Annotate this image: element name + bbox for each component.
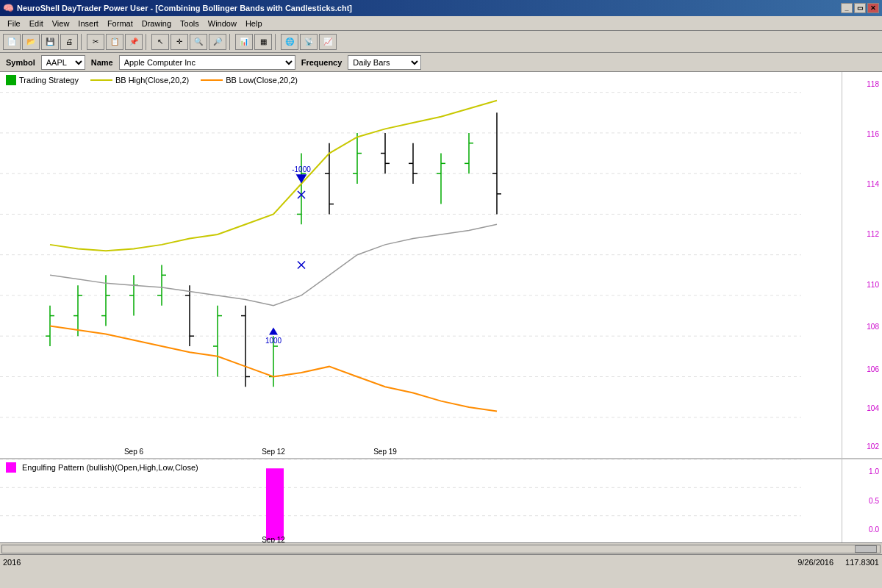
menu-bar: File Edit View Insert Format Drawing Too… [0, 16, 882, 31]
separator-1 [81, 34, 84, 50]
y-label-116: 116 [867, 130, 879, 138]
window-title: NeuroShell DayTrader Power User - [Combi… [17, 4, 352, 12]
separator-3 [229, 34, 232, 50]
restore-button[interactable]: ▭ [854, 3, 866, 13]
bb-high-color [90, 79, 112, 81]
title-bar: 🧠 NeuroShell DayTrader Power User - [Com… [0, 0, 882, 16]
status-right: 9/26/2016 117.8301 [797, 558, 879, 567]
menu-view[interactable]: View [48, 18, 74, 29]
y-label-106: 106 [867, 365, 879, 373]
sub-y-label-10: 1.0 [869, 467, 879, 476]
cut-button[interactable]: ✂ [87, 34, 104, 50]
menu-edit[interactable]: Edit [25, 18, 48, 29]
bb-low-color [201, 79, 223, 81]
window-controls: _ ▭ ✕ [841, 3, 879, 13]
y-axis-sub: 1.0 0.5 0.0 [842, 459, 882, 542]
stats-button[interactable]: 📈 [319, 34, 337, 50]
bb-low-legend: BB Low(Close,20,2) [201, 76, 298, 85]
frequency-select[interactable]: Daily Bars [348, 55, 421, 70]
separator-2 [146, 34, 148, 50]
close-button[interactable]: ✕ [867, 3, 879, 13]
menu-window[interactable]: Window [204, 18, 241, 29]
main-chart-canvas[interactable] [0, 72, 842, 458]
trading-strategy-legend: Trading Strategy [6, 75, 79, 85]
zoom-in-button[interactable]: 🔍 [190, 34, 207, 50]
bb-high-label: BB High(Close,20,2) [115, 76, 189, 85]
engulfing-pattern-color [6, 462, 16, 473]
app-icon: 🧠 [3, 3, 14, 13]
bar-chart-button[interactable]: 📊 [235, 34, 253, 50]
symbol-bar: Symbol AAPL Name Apple Computer Inc Freq… [0, 53, 882, 72]
sub-chart[interactable]: Engulfing Pattern (bullish)(Open,High,Lo… [0, 458, 882, 542]
menu-file[interactable]: File [3, 18, 25, 29]
menu-insert[interactable]: Insert [74, 18, 103, 29]
crosshair-button[interactable]: ✛ [171, 34, 188, 50]
sub-chart-legend: Engulfing Pattern (bullish)(Open,High,Lo… [6, 462, 198, 473]
menu-drawing[interactable]: Drawing [137, 18, 176, 29]
menu-format[interactable]: Format [103, 18, 137, 29]
copy-button[interactable]: 📋 [106, 34, 123, 50]
sub-y-label-05: 0.5 [869, 497, 879, 505]
toolbar: 📄 📂 💾 🖨 ✂ 📋 📌 ↖ ✛ 🔍 🔎 📊 ▦ 🌐 📡 📈 [0, 31, 882, 53]
chart-type-button[interactable]: ▦ [254, 34, 272, 50]
horizontal-scrollbar[interactable] [0, 542, 882, 554]
new-button[interactable]: 📄 [3, 34, 21, 50]
y-label-104: 104 [867, 404, 879, 412]
y-axis-main: 118 116 114 112 110 108 106 104 102 [842, 72, 882, 458]
y-label-110: 110 [867, 281, 879, 289]
zoom-out-button[interactable]: 🔎 [209, 34, 226, 50]
network-button[interactable]: 🌐 [281, 34, 298, 50]
engulfing-pattern-label: Engulfing Pattern (bullish)(Open,High,Lo… [22, 463, 198, 472]
status-bar: 2016 9/26/2016 117.8301 [0, 554, 882, 569]
name-label: Name [91, 58, 113, 67]
status-price: 117.8301 [845, 558, 879, 567]
y-label-114: 114 [867, 180, 879, 188]
open-button[interactable]: 📂 [22, 34, 40, 50]
save-button[interactable]: 💾 [41, 34, 59, 50]
name-select[interactable]: Apple Computer Inc [119, 55, 295, 70]
menu-help[interactable]: Help [241, 18, 267, 29]
chart-container: Trading Strategy BB High(Close,20,2) BB … [0, 72, 882, 542]
scrollbar-track[interactable] [1, 545, 881, 553]
menu-tools[interactable]: Tools [176, 18, 204, 29]
y-label-102: 102 [867, 442, 879, 451]
cursor-button[interactable]: ↖ [151, 34, 169, 50]
paste-button[interactable]: 📌 [125, 34, 143, 50]
bb-low-label: BB Low(Close,20,2) [226, 76, 298, 85]
chart-legend: Trading Strategy BB High(Close,20,2) BB … [6, 75, 298, 85]
bb-high-legend: BB High(Close,20,2) [90, 76, 189, 85]
status-date: 9/26/2016 [797, 558, 833, 567]
y-label-118: 118 [867, 80, 879, 88]
signal-button[interactable]: 📡 [300, 34, 318, 50]
y-label-108: 108 [867, 323, 879, 331]
minimize-button[interactable]: _ [841, 3, 853, 13]
trading-strategy-label: Trading Strategy [19, 76, 79, 85]
symbol-select[interactable]: AAPL [41, 55, 85, 70]
print-button[interactable]: 🖨 [60, 34, 78, 50]
main-chart[interactable]: Trading Strategy BB High(Close,20,2) BB … [0, 72, 882, 458]
status-year: 2016 [3, 558, 21, 567]
y-label-112: 112 [867, 230, 879, 238]
scrollbar-thumb[interactable] [855, 545, 877, 553]
separator-4 [275, 34, 278, 50]
symbol-label: Symbol [6, 58, 35, 67]
trading-strategy-color [6, 75, 16, 85]
sub-y-label-00: 0.0 [869, 526, 879, 534]
frequency-label: Frequency [301, 58, 343, 67]
